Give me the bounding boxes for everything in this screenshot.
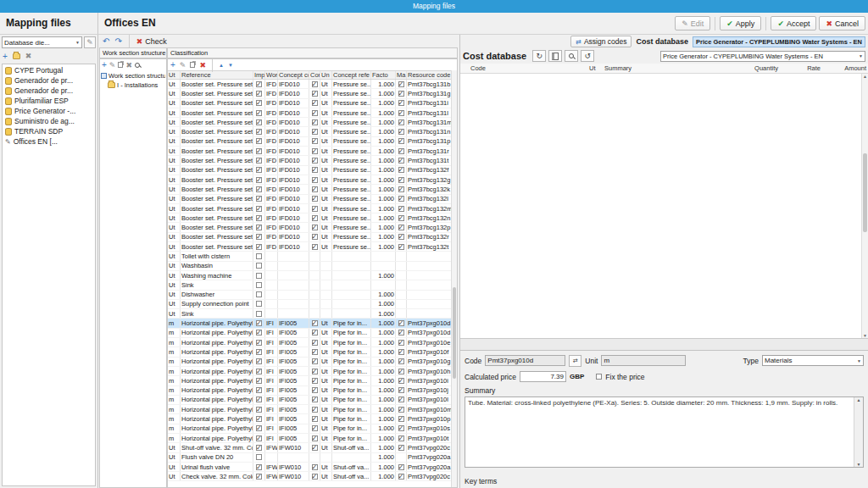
database-item[interactable]: Generador de pr... — [3, 86, 95, 96]
refresh-button[interactable]: ↻ — [532, 50, 546, 62]
book-button[interactable] — [548, 50, 562, 62]
assign-codes-button[interactable]: ⇄ Assign codes — [570, 36, 632, 47]
transfer-button[interactable]: ⇄ — [569, 355, 581, 367]
checkbox-icon[interactable] — [398, 369, 404, 374]
checkbox-icon[interactable] — [398, 148, 404, 154]
checkbox-icon[interactable] — [312, 416, 318, 422]
checkbox-icon[interactable] — [398, 416, 404, 422]
database-item[interactable]: Price Generator -... — [3, 106, 95, 116]
checkbox-icon[interactable] — [256, 369, 262, 374]
table-row[interactable]: UtSink1.000 — [168, 309, 451, 319]
database-item[interactable]: CYPE Portugal — [3, 65, 95, 75]
checkbox-icon[interactable] — [256, 177, 262, 183]
vertical-scrollbar[interactable] — [451, 70, 457, 487]
checkbox-icon[interactable] — [256, 110, 262, 116]
table-row[interactable]: UtCheck valve. 32 mm. Cold ...IFWIFW010U… — [168, 472, 451, 481]
table-row[interactable]: UtBooster set. Pressure set wi...IFDIFD0… — [168, 166, 451, 175]
cost-database-selector[interactable]: Price Generator - CYPEPLUMBING Water Sys… — [660, 51, 865, 62]
checkbox-icon[interactable] — [398, 225, 404, 230]
checkbox-icon[interactable] — [398, 91, 404, 97]
delete-icon[interactable]: ✖ — [125, 61, 132, 69]
column-header[interactable]: Resource code — [407, 71, 453, 79]
table-row[interactable]: UtBooster set. Pressure set wi...IFDIFD0… — [168, 185, 451, 194]
vertical-scrollbar[interactable]: ▲ ▼ — [854, 397, 863, 467]
checkbox-icon[interactable] — [398, 358, 404, 364]
checkbox-icon[interactable] — [398, 177, 404, 183]
table-row[interactable]: mHorizontal pipe. Polyethyle...IFIIFI005… — [168, 358, 451, 367]
column-header[interactable]: Quantity — [743, 64, 780, 72]
search-button[interactable] — [565, 50, 578, 62]
table-row[interactable]: UtSupply connection point1.000 — [168, 300, 451, 309]
checkbox-icon[interactable] — [256, 158, 262, 164]
scroll-down-icon[interactable]: ▼ — [854, 462, 863, 467]
checkbox-icon[interactable] — [312, 349, 318, 355]
edit-button[interactable]: ✎ Edit — [675, 16, 710, 30]
column-header[interactable]: Ma — [396, 71, 407, 79]
checkbox-icon[interactable] — [312, 244, 318, 250]
sync-button[interactable]: ↺ — [581, 50, 594, 62]
column-header[interactable]: Un — [320, 71, 332, 79]
checkbox-icon[interactable] — [398, 464, 404, 470]
checkbox-icon[interactable] — [398, 81, 404, 87]
checkbox-icon[interactable] — [256, 425, 262, 431]
checkbox-icon[interactable] — [398, 100, 404, 106]
checkbox-icon[interactable] — [312, 340, 318, 346]
table-row[interactable]: UtBooster set. Pressure set wi...IFDIFD0… — [168, 127, 451, 136]
checkbox-icon[interactable] — [256, 273, 262, 279]
checkbox-icon[interactable] — [256, 186, 262, 192]
table-row[interactable]: UtBooster set. Pressure set wi...IFDIFD0… — [168, 214, 451, 223]
copy-icon[interactable] — [118, 62, 123, 68]
table-row[interactable]: mHorizontal pipe. Polyethyle...IFIIFI005… — [168, 434, 451, 443]
delete-icon[interactable]: ✖ — [199, 61, 206, 69]
checkbox-icon[interactable] — [256, 81, 262, 87]
checkbox-icon[interactable] — [312, 387, 318, 393]
checkbox-icon[interactable] — [256, 407, 262, 413]
table-row[interactable]: UtWashbasin — [168, 262, 451, 271]
checkbox-icon[interactable] — [312, 100, 318, 106]
table-row[interactable]: UtBooster set. Pressure set wi...IFDIFD0… — [168, 156, 451, 165]
move-up-icon[interactable]: ▲ — [219, 63, 224, 68]
checkbox-icon[interactable] — [312, 225, 318, 230]
column-header[interactable]: Imp — [253, 71, 265, 79]
checkbox-icon[interactable] — [256, 464, 262, 470]
checkbox-icon[interactable] — [398, 425, 404, 431]
checkbox-icon[interactable] — [256, 454, 262, 460]
checkbox-icon[interactable] — [312, 320, 318, 326]
table-row[interactable]: UtBooster set. Pressure set wi...IFDIFD0… — [168, 118, 451, 127]
table-row[interactable]: UtBooster set. Pressure set wi...IFDIFD0… — [168, 242, 451, 252]
checkbox-icon[interactable] — [398, 186, 404, 192]
checkbox-icon[interactable] — [312, 148, 318, 154]
checkbox-icon[interactable] — [312, 196, 318, 202]
fix-price-checkbox[interactable] — [596, 374, 602, 380]
table-row[interactable]: UtBooster set. Pressure set wi...IFDIFD0… — [168, 233, 451, 242]
checkbox-icon[interactable] — [256, 244, 262, 250]
column-header[interactable]: Cor — [309, 71, 320, 79]
table-row[interactable]: UtBooster set. Pressure set wi...IFDIFD0… — [168, 175, 451, 185]
checkbox-icon[interactable] — [312, 378, 318, 384]
search-icon[interactable] — [135, 63, 140, 68]
checkbox-icon[interactable] — [256, 253, 262, 259]
checkbox-icon[interactable] — [312, 91, 318, 97]
table-row[interactable]: UtBooster set. Pressure set wi...IFDIFD0… — [168, 147, 451, 156]
checkbox-icon[interactable] — [256, 263, 262, 269]
checkbox-icon[interactable] — [256, 311, 262, 317]
checkbox-icon[interactable] — [398, 129, 404, 135]
checkbox-icon[interactable] — [312, 138, 318, 144]
table-row[interactable]: mHorizontal pipe. Polyethyle...IFIIFI005… — [168, 347, 451, 357]
checkbox-icon[interactable] — [398, 320, 404, 326]
checkbox-icon[interactable] — [256, 196, 262, 202]
scrollbar-thumb[interactable] — [453, 287, 456, 379]
unit-field[interactable]: m — [601, 355, 686, 366]
checkbox-icon[interactable] — [398, 435, 404, 441]
checkbox-icon[interactable] — [398, 378, 404, 384]
database-item[interactable]: Plurifamiliar ESP — [3, 96, 95, 106]
table-row[interactable]: UtWashing machine1.000 — [168, 271, 451, 280]
checkbox-icon[interactable] — [256, 349, 262, 355]
checkbox-icon[interactable] — [398, 110, 404, 116]
checkbox-icon[interactable] — [398, 244, 404, 250]
table-row[interactable]: mHorizontal pipe. Polyethyle...IFIIFI005… — [168, 367, 451, 376]
checkbox-icon[interactable] — [312, 425, 318, 431]
database-selector[interactable]: Database die... ▼ — [2, 36, 82, 48]
column-header[interactable]: Reference — [181, 71, 253, 79]
checkbox-icon[interactable] — [312, 234, 318, 240]
